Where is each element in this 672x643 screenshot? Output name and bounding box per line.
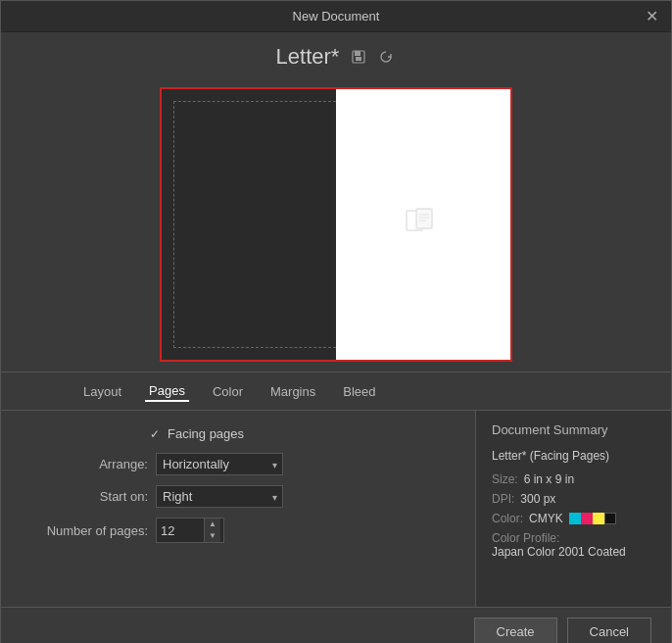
swatch-yellow xyxy=(593,513,604,524)
summary-size-row: Size: 6 in x 9 in xyxy=(492,472,655,486)
page-icon xyxy=(405,207,444,242)
start-on-row: Start on: Right Left xyxy=(40,485,436,508)
summary-color-row: Color: CMYK xyxy=(492,512,655,525)
right-page xyxy=(336,87,512,362)
start-on-select-wrapper: Right Left xyxy=(156,485,283,508)
tab-bleed[interactable]: Bleed xyxy=(339,382,379,401)
summary-profile-row: Color Profile: Japan Color 2001 Coated xyxy=(492,531,655,559)
margin-indicator xyxy=(173,101,336,348)
close-button[interactable]: ✕ xyxy=(642,7,661,26)
summary-dpi-row: DPI: 300 px xyxy=(492,492,655,506)
summary-dpi-label: DPI: xyxy=(492,492,514,506)
num-pages-label: Number of pages: xyxy=(40,523,148,538)
document-summary-panel: Document Summary Letter* (Facing Pages) … xyxy=(475,411,671,607)
content-area: ✓ Facing pages Arrange: Horizontally Ver… xyxy=(1,411,671,607)
summary-color-label: Color: xyxy=(492,512,523,525)
cancel-button[interactable]: Cancel xyxy=(567,618,651,643)
summary-color-value: CMYK xyxy=(529,512,563,525)
document-title: Letter* xyxy=(276,44,340,70)
tabs-bar: Layout Pages Color Margins Bleed xyxy=(1,371,671,411)
facing-pages-label: Facing pages xyxy=(168,426,244,441)
pages-panel: ✓ Facing pages Arrange: Horizontally Ver… xyxy=(1,411,475,607)
facing-pages-checkbox[interactable]: ✓ xyxy=(148,427,162,441)
bottom-bar: Create Cancel xyxy=(1,607,671,643)
arrange-label: Arrange: xyxy=(40,457,148,471)
page-preview xyxy=(160,87,512,362)
summary-size-label: Size: xyxy=(492,472,518,486)
arrange-row: Arrange: Horizontally Vertically xyxy=(40,453,436,475)
title-bar: New Document ✕ xyxy=(1,1,671,32)
preview-area xyxy=(1,77,671,371)
reset-icon[interactable] xyxy=(376,47,396,67)
swatch-magenta xyxy=(581,513,593,524)
num-pages-input[interactable] xyxy=(157,520,204,541)
header-icons xyxy=(349,47,396,67)
new-document-dialog: New Document ✕ Letter* xyxy=(0,0,672,643)
spin-up-button[interactable]: ▲ xyxy=(205,519,220,530)
arrange-select[interactable]: Horizontally Vertically xyxy=(156,453,283,475)
start-on-select[interactable]: Right Left xyxy=(156,485,283,508)
swatch-black xyxy=(604,513,616,524)
save-preset-icon[interactable] xyxy=(349,47,368,67)
create-button[interactable]: Create xyxy=(474,618,557,643)
summary-title: Document Summary xyxy=(492,422,655,437)
tab-layout[interactable]: Layout xyxy=(79,382,125,401)
tab-color[interactable]: Color xyxy=(209,382,247,401)
summary-dpi-value: 300 px xyxy=(520,492,555,506)
facing-pages-row: ✓ Facing pages xyxy=(40,426,436,441)
dialog-title: New Document xyxy=(293,9,380,24)
spin-down-button[interactable]: ▼ xyxy=(205,530,220,542)
svg-rect-1 xyxy=(355,51,360,56)
tab-pages[interactable]: Pages xyxy=(145,381,189,402)
swatch-cyan xyxy=(569,513,581,524)
summary-name: Letter* (Facing Pages) xyxy=(492,449,655,463)
header-area: Letter* xyxy=(1,32,671,77)
num-pages-row: Number of pages: ▲ ▼ xyxy=(40,518,436,543)
num-pages-input-wrapper: ▲ ▼ xyxy=(156,518,224,543)
arrange-select-wrapper: Horizontally Vertically xyxy=(156,453,283,475)
tab-margins[interactable]: Margins xyxy=(266,382,319,401)
color-swatches xyxy=(569,513,616,524)
svg-rect-4 xyxy=(416,209,432,228)
summary-size-value: 6 in x 9 in xyxy=(524,472,574,486)
start-on-label: Start on: xyxy=(40,489,148,504)
summary-profile-value: Japan Color 2001 Coated xyxy=(492,545,655,559)
svg-rect-2 xyxy=(356,57,361,61)
spin-buttons: ▲ ▼ xyxy=(204,519,220,542)
left-page xyxy=(160,87,336,362)
summary-profile-label: Color Profile: xyxy=(492,531,655,545)
